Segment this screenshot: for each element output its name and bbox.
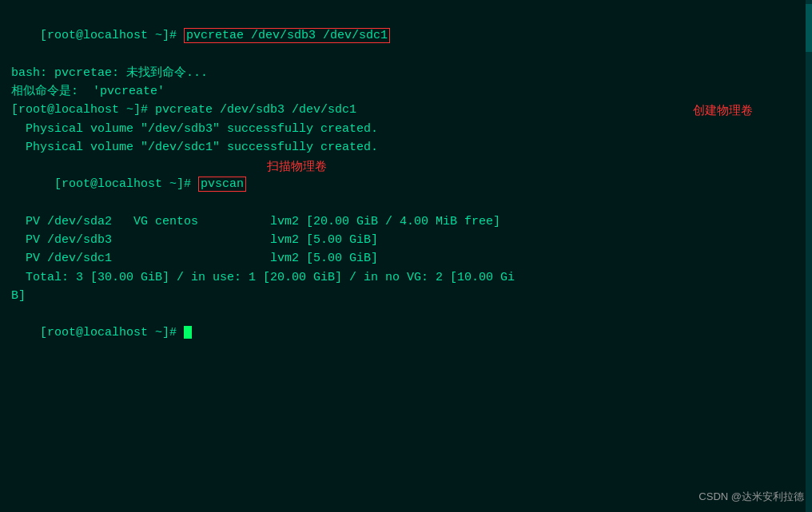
line-pv-sdb3: PV /dev/sdb3 lvm2 [5.00 GiB] (11, 231, 801, 249)
annotation-scan-pv: 扫描物理卷 (267, 157, 327, 175)
prompt-1: [root@localhost ~]# (40, 29, 184, 42)
line-pvscan-command: [root@localhost ~]# pvscan扫描物理卷 (11, 157, 801, 212)
terminal-cursor (184, 326, 192, 339)
prompt-3: [root@localhost ~]# (40, 326, 184, 339)
line-similar-cmd: 相似命令是: 'pvcreate' (11, 82, 801, 101)
line-prompt-cursor: [root@localhost ~]# (11, 305, 801, 361)
line-pv-sda2: PV /dev/sda2 VG centos lvm2 [20.00 GiB /… (11, 212, 801, 231)
pvcreate-area: [root@localhost ~]# pvcreate /dev/sdb3 /… (11, 101, 801, 119)
watermark: CSDN @达米安利拉德 (699, 490, 804, 504)
line-pvcreate-command: [root@localhost ~]# pvcreate /dev/sdb3 /… (11, 101, 801, 119)
line-pv-sdc1: PV /dev/sdc1 lvm2 [5.00 GiB] (11, 249, 801, 268)
line-pv-sdb3-created: Physical volume "/dev/sdb3" successfully… (11, 120, 801, 138)
terminal-window: [root@localhost ~]# pvcretae /dev/sdb3 /… (0, 0, 812, 512)
pvscan-area: [root@localhost ~]# pvscan扫描物理卷 (11, 157, 801, 212)
line-pv-sdc1-created: Physical volume "/dev/sdc1" successfully… (11, 138, 801, 157)
cmd-pvscan: pvscan (198, 177, 246, 192)
line-total-cont: B] (11, 287, 801, 305)
annotation-create-pv: 创建物理卷 (693, 101, 753, 119)
scrollbar-thumb[interactable] (806, 4, 812, 52)
prompt-2: [root@localhost ~]# (54, 177, 198, 191)
cmd-pvcretae: pvcretae /dev/sdb3 /dev/sdc1 (184, 28, 390, 43)
line-total: Total: 3 [30.00 GiB] / in use: 1 [20.00 … (11, 268, 801, 287)
line-pvcretae-command: [root@localhost ~]# pvcretae /dev/sdb3 /… (11, 8, 801, 64)
scrollbar[interactable] (806, 0, 812, 512)
line-bash-error: bash: pvcretae: 未找到命令... (11, 64, 801, 82)
